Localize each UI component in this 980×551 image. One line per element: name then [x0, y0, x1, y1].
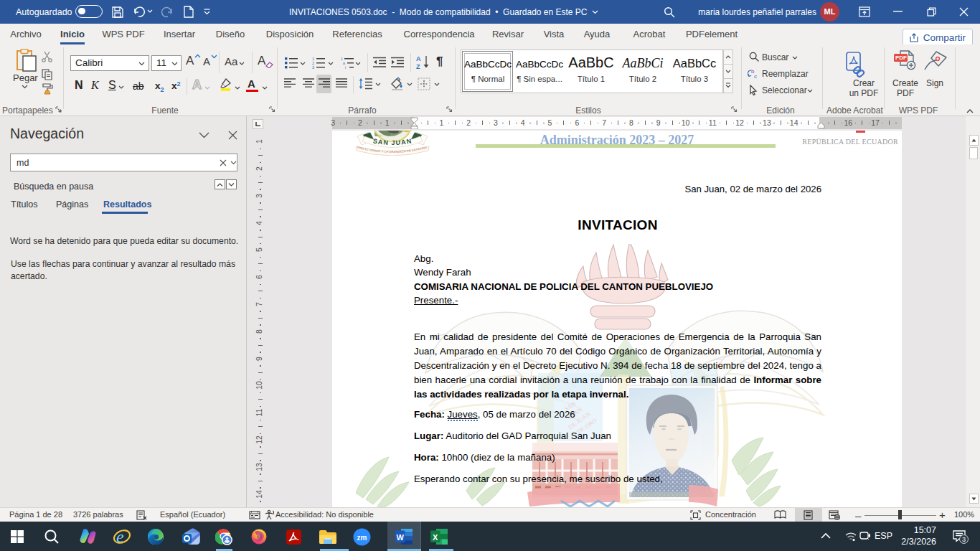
svg-text:c: c [754, 73, 757, 79]
svg-text:3: 3 [312, 65, 314, 69]
svg-text:X: X [433, 533, 438, 542]
svg-text:e: e [116, 527, 124, 546]
svg-text:A: A [416, 55, 421, 62]
svg-text:PDF: PDF [895, 55, 907, 61]
svg-text:i: i [345, 65, 346, 69]
svg-text:zm: zm [357, 534, 367, 542]
svg-text:Z: Z [416, 63, 420, 70]
svg-text:W: W [397, 533, 405, 542]
